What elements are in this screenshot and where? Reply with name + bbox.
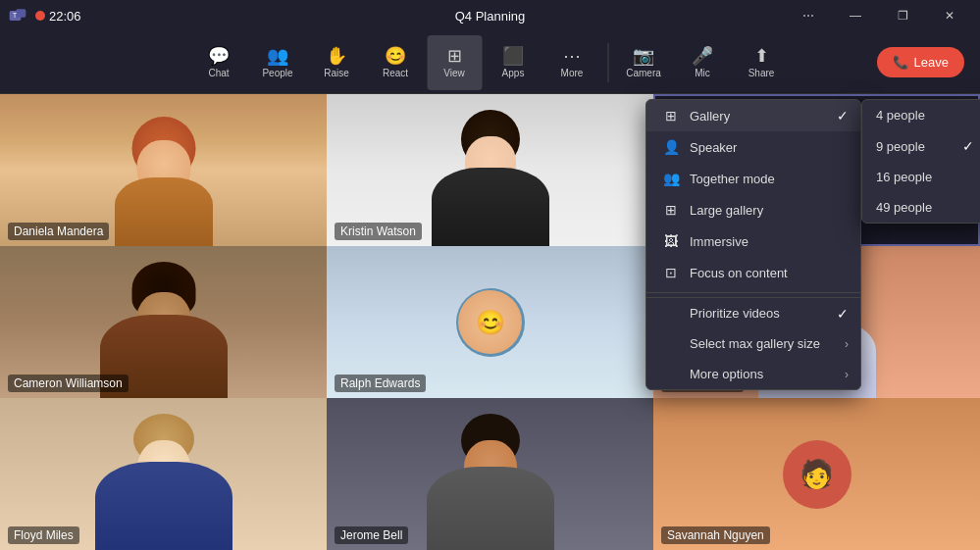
- gallery-4-label: 4 people: [876, 108, 925, 123]
- raise-label: Raise: [324, 68, 349, 78]
- gallery-49-label: 49 people: [876, 200, 932, 215]
- select-max-label: Select max gallery size: [690, 336, 820, 351]
- gallery-size-submenu: 4 people 9 people ✓ 16 people 49 people: [861, 99, 980, 224]
- view-label: View: [443, 68, 465, 78]
- prioritize-checkmark: ✓: [837, 306, 849, 322]
- mic-icon: 🎤: [692, 47, 713, 65]
- menu-large-gallery[interactable]: ⊞ Large gallery: [646, 194, 860, 225]
- window-title: Q4 Planning: [455, 9, 526, 24]
- more-label: More: [561, 68, 584, 78]
- record-dot: [35, 11, 45, 21]
- raise-icon: ✋: [326, 47, 347, 65]
- toolbar-more[interactable]: ⋯ More: [544, 35, 599, 90]
- chat-icon: 💬: [208, 47, 230, 65]
- close-ctrl[interactable]: ✕: [927, 0, 972, 31]
- teams-logo: T: [8, 6, 27, 25]
- gallery-49-people[interactable]: 49 people: [862, 192, 980, 223]
- video-cell-4: Cameron Williamson: [0, 246, 327, 398]
- view-menu: ⊞ Gallery ✓ 👤 Speaker 👥 Together mode ⊞ …: [645, 99, 861, 390]
- video-cell-1: Daniela Mandera: [0, 94, 327, 246]
- select-max-arrow: ›: [845, 337, 849, 351]
- menu-immersive[interactable]: 🖼 Immersive: [646, 225, 860, 257]
- video-cell-5: 😊 Ralph Edwards: [327, 246, 653, 398]
- gallery-checkmark: ✓: [837, 108, 849, 124]
- toolbar-divider: [607, 43, 608, 82]
- more-options-arrow: ›: [845, 368, 849, 381]
- immersive-icon: 🖼: [662, 233, 680, 249]
- video-label-7: Floyd Miles: [8, 526, 79, 544]
- share-icon: ⬆: [754, 47, 769, 65]
- video-cell-2: Kristin Watson: [327, 94, 653, 246]
- end-call-label: Leave: [914, 55, 949, 70]
- apps-label: Apps: [502, 68, 525, 78]
- speaker-icon: 👤: [662, 139, 680, 155]
- toolbar-raise[interactable]: ✋ Raise: [309, 35, 364, 90]
- react-icon: 😊: [385, 47, 406, 65]
- minimize-ctrl[interactable]: —: [833, 0, 878, 31]
- video-cell-9: 🧑 Savannah Nguyen: [653, 398, 980, 550]
- restore-ctrl[interactable]: ❐: [880, 0, 925, 31]
- camera-icon: 📷: [633, 47, 654, 65]
- toolbar-camera[interactable]: 📷 Camera: [616, 35, 671, 90]
- toolbar-share[interactable]: ⬆ Share: [734, 35, 789, 90]
- toolbar-view[interactable]: ⊞ View: [427, 35, 482, 90]
- phone-icon: 📞: [893, 55, 908, 70]
- gallery-icon: ⊞: [662, 108, 680, 124]
- toolbar-react[interactable]: 😊 React: [368, 35, 423, 90]
- gallery-9-checkmark: ✓: [962, 138, 974, 154]
- video-cell-7: Floyd Miles: [0, 398, 327, 550]
- video-label-4: Cameron Williamson: [8, 375, 129, 392]
- video-cell-8: Jerome Bell: [327, 398, 653, 550]
- together-label: Together mode: [690, 172, 775, 186]
- apps-icon: ⬛: [502, 47, 524, 65]
- gallery-9-people[interactable]: 9 people ✓: [862, 130, 980, 162]
- people-label: People: [262, 68, 292, 78]
- video-label-9: Savannah Nguyen: [661, 526, 770, 544]
- toolbar-apps[interactable]: ⬛ Apps: [486, 35, 541, 90]
- camera-label: Camera: [626, 68, 661, 78]
- immersive-label: Immersive: [690, 234, 748, 249]
- gallery-9-label: 9 people: [876, 139, 925, 154]
- toolbar-people[interactable]: 👥 People: [250, 35, 305, 90]
- menu-select-max[interactable]: Select max gallery size ›: [646, 328, 860, 359]
- video-label-2: Kristin Watson: [335, 223, 422, 240]
- gallery-4-people[interactable]: 4 people: [862, 100, 980, 130]
- title-bar-left: T 22:06: [8, 6, 81, 25]
- together-icon: 👥: [662, 171, 680, 186]
- toolbar-center: 💬 Chat 👥 People ✋ Raise 😊 React ⊞ View ⬛…: [191, 35, 789, 90]
- menu-speaker[interactable]: 👤 Speaker: [646, 131, 860, 163]
- gallery-label: Gallery: [690, 109, 730, 124]
- recording-indicator: 22:06: [35, 9, 81, 24]
- gallery-16-people[interactable]: 16 people: [862, 162, 980, 192]
- focus-icon: ⊡: [662, 265, 680, 280]
- more-ctrl[interactable]: ⋯: [786, 0, 831, 31]
- timer: 22:06: [49, 9, 81, 24]
- chat-label: Chat: [208, 68, 229, 78]
- svg-text:T: T: [13, 12, 17, 19]
- menu-together[interactable]: 👥 Together mode: [646, 163, 860, 194]
- react-label: React: [383, 68, 408, 78]
- toolbar-mic[interactable]: 🎤 Mic: [675, 35, 730, 90]
- video-label-1: Daniela Mandera: [8, 223, 109, 240]
- share-label: Share: [748, 68, 775, 78]
- prioritize-label: Prioritize videos: [690, 306, 780, 321]
- large-gallery-icon: ⊞: [662, 202, 680, 218]
- more-icon: ⋯: [563, 47, 581, 65]
- menu-focus[interactable]: ⊡ Focus on content: [646, 257, 860, 288]
- people-icon: 👥: [267, 47, 288, 65]
- menu-prioritize[interactable]: Prioritize videos ✓: [646, 297, 860, 328]
- window-controls: ⋯ — ❐ ✕: [786, 0, 972, 31]
- toolbar-chat[interactable]: 💬 Chat: [191, 35, 246, 90]
- view-icon: ⊞: [447, 47, 462, 65]
- gallery-16-label: 16 people: [876, 170, 932, 184]
- video-label-8: Jerome Bell: [335, 526, 408, 544]
- video-label-5: Ralph Edwards: [335, 375, 426, 392]
- toolbar-right: 📞 Leave: [877, 47, 964, 77]
- mic-label: Mic: [695, 68, 710, 78]
- focus-label: Focus on content: [690, 266, 788, 280]
- end-call-button[interactable]: 📞 Leave: [877, 47, 964, 77]
- svg-rect-1: [16, 9, 26, 17]
- menu-gallery[interactable]: ⊞ Gallery ✓: [646, 100, 860, 131]
- toolbar: 💬 Chat 👥 People ✋ Raise 😊 React ⊞ View ⬛…: [0, 31, 980, 94]
- menu-more-options[interactable]: More options ›: [646, 359, 860, 389]
